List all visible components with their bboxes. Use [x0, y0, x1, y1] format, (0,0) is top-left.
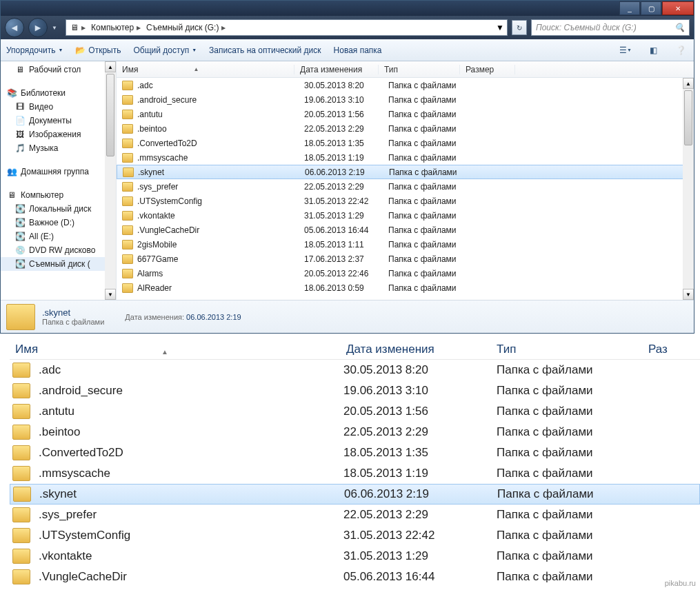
zoom-file-row[interactable]: .beintoo22.05.2013 2:29Папка с файлами — [10, 422, 700, 442]
sidebar-important-d[interactable]: 💽Важное (D:) — [1, 216, 116, 230]
file-row[interactable]: .beintoo22.05.2013 2:29Папка с файлами — [117, 121, 694, 136]
file-date: 18.05.2013 1:19 — [304, 153, 388, 163]
burn-button[interactable]: Записать на оптический диск — [209, 45, 321, 55]
view-options-button[interactable]: ☰▼ — [618, 43, 633, 58]
zoom-file-row[interactable]: .android_secure19.06.2013 3:10Папка с фа… — [10, 380, 700, 401]
back-button[interactable]: ◄ — [5, 18, 24, 37]
removable-icon: 💽 — [14, 258, 26, 269]
file-name: .vkontakte — [137, 211, 304, 221]
zoom-file-row[interactable]: .UTSystemConfig31.05.2013 22:42Папка с ф… — [10, 525, 700, 546]
computer-icon: 🖥 — [6, 190, 17, 201]
new-folder-button[interactable]: Новая папка — [334, 45, 382, 55]
col-size[interactable]: Размер — [460, 65, 515, 74]
zoom-col-size[interactable]: Раз — [643, 343, 673, 356]
file-row[interactable]: .sys_prefer22.05.2013 2:29Папка с файлам… — [117, 179, 694, 194]
file-date: 06.06.2013 2:19 — [344, 487, 497, 501]
refresh-button[interactable]: ↻ — [512, 20, 527, 35]
sidebar-homegroup[interactable]: 👥Домашняя группа — [1, 165, 116, 179]
file-row[interactable]: .UTSystemConfig31.05.2013 22:42Папка с ф… — [117, 194, 694, 208]
address-bar[interactable]: 🖥▶ Компьютер▶ Съемный диск (G:)▶ ▼ — [66, 19, 508, 36]
folder-icon — [13, 487, 31, 502]
file-row[interactable]: 2gisMobile18.05.2013 1:11Папка с файлами — [117, 237, 694, 252]
sidebar-removable[interactable]: 💽Съемный диск ( — [1, 257, 116, 271]
close-button[interactable]: ✕ — [662, 1, 694, 15]
file-name: .skynet — [39, 487, 344, 501]
crumb-root-icon[interactable]: 🖥▶ — [69, 23, 87, 32]
sidebar-all-e[interactable]: 💽All (E:) — [1, 230, 116, 243]
file-date: 31.05.2013 22:42 — [304, 196, 388, 206]
zoom-column-headers: Имя▲ Дата изменения Тип Раз — [10, 339, 700, 360]
sidebar-pictures[interactable]: 🖼Изображения — [1, 128, 116, 141]
file-row[interactable]: .android_secure19.06.2013 3:10Папка с фа… — [117, 92, 694, 107]
scroll-thumb[interactable] — [106, 74, 114, 156]
help-button[interactable]: ❔ — [673, 43, 688, 58]
zoom-col-type[interactable]: Тип — [491, 343, 643, 356]
zoom-file-row[interactable]: .ConvertedTo2D18.05.2013 1:35Папка с фай… — [10, 442, 700, 463]
organize-menu[interactable]: Упорядочить▼ — [6, 45, 63, 55]
sidebar-localdisk[interactable]: 💽Локальный диск — [1, 202, 116, 216]
zoom-file-row[interactable]: .sys_prefer22.05.2013 2:29Папка с файлам… — [10, 505, 700, 525]
file-name: .adc — [137, 81, 304, 90]
open-button[interactable]: 📂Открыть — [75, 45, 121, 55]
music-icon: 🎵 — [14, 143, 26, 154]
col-name[interactable]: Имя▲ — [117, 65, 294, 74]
main-scrollbar[interactable]: ▲ ▼ — [683, 78, 694, 300]
sidebar: 🖥Рабочий стол 📚Библиотеки 🎞Видео 📄Докуме… — [1, 61, 117, 300]
file-type: Папка с файлами — [389, 167, 486, 177]
folder-icon — [122, 196, 133, 206]
file-row[interactable]: .vkontakte31.05.2013 1:29Папка с файлами — [117, 208, 694, 223]
file-date: 18.05.2013 1:35 — [304, 139, 388, 148]
open-icon: 📂 — [75, 45, 86, 55]
zoom-file-row[interactable]: .antutu20.05.2013 1:56Папка с файлами — [10, 401, 700, 422]
sidebar-videos[interactable]: 🎞Видео — [1, 100, 116, 114]
col-date[interactable]: Дата изменения — [294, 65, 379, 74]
crumb-computer[interactable]: Компьютер▶ — [90, 23, 142, 32]
search-input[interactable]: Поиск: Съемный диск (G:) 🔍 — [531, 19, 690, 36]
preview-pane-button[interactable]: ◧ — [646, 43, 661, 58]
file-name: .mmsyscache — [137, 153, 304, 163]
scroll-thumb[interactable] — [684, 90, 692, 145]
file-type: Папка с файлами — [388, 95, 485, 105]
address-dropdown-icon[interactable]: ▼ — [496, 23, 504, 32]
zoom-file-row[interactable]: .VungleCacheDir05.06.2013 16:44Папка с ф… — [10, 567, 700, 587]
maximize-button[interactable]: ▢ — [641, 1, 661, 15]
file-row[interactable]: Alarms20.05.2013 22:46Папка с файлами — [117, 266, 694, 281]
col-type[interactable]: Тип — [379, 65, 460, 74]
scroll-down-icon[interactable]: ▼ — [683, 289, 694, 300]
file-type: Папка с файлами — [388, 110, 485, 119]
drive-icon: 💽 — [14, 217, 26, 228]
scroll-down-icon[interactable]: ▼ — [105, 289, 116, 300]
crumb-drive[interactable]: Съемный диск (G:)▶ — [145, 23, 227, 32]
zoom-file-row[interactable]: .skynet06.06.2013 2:19Папка с файлами — [10, 484, 700, 505]
sidebar-desktop[interactable]: 🖥Рабочий стол — [1, 63, 116, 77]
file-date: 31.05.2013 22:42 — [343, 529, 497, 542]
forward-button[interactable]: ► — [28, 18, 48, 37]
scroll-up-icon[interactable]: ▲ — [105, 61, 116, 72]
file-row[interactable]: .ConvertedTo2D18.05.2013 1:35Папка с фай… — [117, 136, 694, 150]
file-row[interactable]: .mmsyscache18.05.2013 1:19Папка с файлам… — [117, 150, 694, 165]
file-row[interactable]: .adc30.05.2013 8:20Папка с файлами — [117, 78, 694, 92]
file-date: 30.05.2013 8:20 — [343, 363, 497, 377]
zoom-file-row[interactable]: .mmsyscache18.05.2013 1:19Папка с файлам… — [10, 463, 700, 484]
sidebar-documents[interactable]: 📄Документы — [1, 114, 116, 128]
file-row[interactable]: AlReader18.06.2013 0:59Папка с файлами — [117, 281, 694, 295]
file-row[interactable]: .antutu20.05.2013 1:56Папка с файлами — [117, 107, 694, 121]
file-row[interactable]: 6677Game17.06.2013 2:37Папка с файлами — [117, 252, 694, 266]
sidebar-music[interactable]: 🎵Музыка — [1, 141, 116, 155]
file-row[interactable]: .skynet06.06.2013 2:19Папка с файлами — [117, 165, 694, 179]
file-list: .adc30.05.2013 8:20Папка с файлами.andro… — [117, 78, 694, 300]
share-menu[interactable]: Общий доступ▼ — [134, 45, 197, 55]
file-date: 22.05.2013 2:29 — [343, 425, 497, 439]
sidebar-computer[interactable]: 🖥Компьютер — [1, 188, 116, 202]
minimize-button[interactable]: _ — [619, 1, 640, 15]
scroll-up-icon[interactable]: ▲ — [683, 78, 694, 89]
sidebar-dvdrw[interactable]: 💿DVD RW дисково — [1, 243, 116, 257]
nav-history-dropdown[interactable]: ▼ — [52, 25, 61, 31]
sidebar-scrollbar[interactable]: ▲ ▼ — [105, 61, 116, 300]
zoom-col-date[interactable]: Дата изменения — [341, 343, 491, 356]
zoom-file-row[interactable]: .adc30.05.2013 8:20Папка с файлами — [10, 360, 700, 380]
file-row[interactable]: .VungleCacheDir05.06.2013 16:44Папка с ф… — [117, 223, 694, 237]
zoom-col-name[interactable]: Имя▲ — [10, 343, 341, 356]
zoom-file-row[interactable]: .vkontakte31.05.2013 1:29Папка с файлами — [10, 546, 700, 567]
sidebar-libraries[interactable]: 📚Библиотеки — [1, 86, 116, 100]
